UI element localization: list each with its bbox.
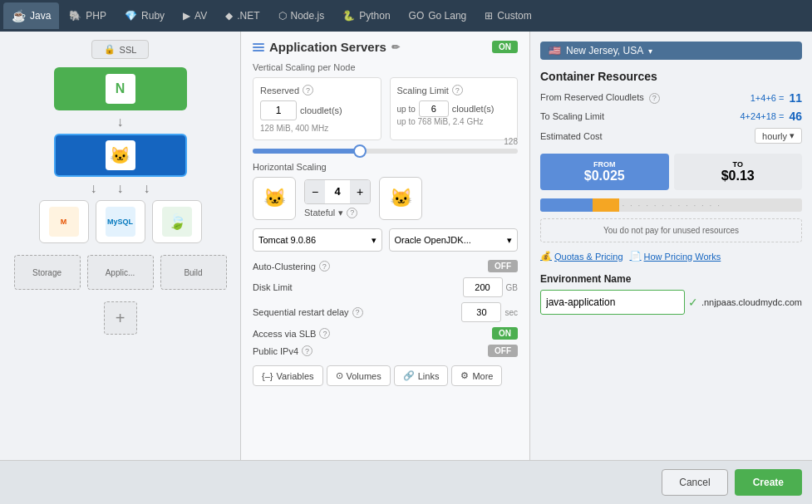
quotas-link[interactable]: 💰 Quotas & Pricing	[540, 251, 623, 262]
reserved-hint: 128 MiB, 400 MHz	[260, 124, 374, 133]
seq-restart-info[interactable]: ?	[352, 307, 363, 318]
auto-clustering-toggle[interactable]: OFF	[488, 260, 518, 272]
nav-tab-golang[interactable]: GO Go Lang	[401, 2, 475, 29]
jdk-select[interactable]: Oracle OpenJDK... ▾	[389, 228, 519, 252]
tomcat-node[interactable]: 🐱	[54, 134, 187, 177]
env-name-input[interactable]	[540, 290, 685, 315]
nav-tab-ruby[interactable]: 💎 Ruby	[116, 2, 173, 29]
tomcat-select[interactable]: Tomcat 9.0.86 ▾	[253, 228, 382, 252]
access-slb-row: Access via SLB ? ON	[253, 327, 518, 340]
scaling-slider[interactable]: 128	[253, 149, 518, 154]
access-slb-toggle[interactable]: ON	[492, 327, 518, 340]
nav-tab-python-label: Python	[359, 10, 390, 22]
scaling-hint: up to 768 MiB, 2.4 GHz	[397, 117, 511, 126]
storage-node[interactable]: Storage	[14, 255, 81, 290]
nav-tab-av[interactable]: ▶ AV	[175, 2, 215, 29]
php-icon: 🐘	[69, 10, 81, 22]
nav-tab-java[interactable]: ☕ Java	[3, 2, 59, 29]
python-icon: 🐍	[342, 10, 355, 22]
links-tab[interactable]: 🔗 Links	[394, 365, 449, 386]
estimated-cost-label: Estimated Cost	[540, 131, 755, 141]
java-icon: ☕	[12, 9, 26, 22]
variables-icon: {–}	[262, 371, 273, 381]
stepper-value[interactable]	[325, 180, 350, 203]
stepper-increment[interactable]: +	[350, 180, 370, 203]
ssl-label: SSL	[120, 45, 137, 55]
upto-label: up to	[397, 105, 416, 114]
add-node-button[interactable]: +	[104, 301, 137, 335]
public-ipv4-info[interactable]: ?	[302, 345, 312, 356]
on-toggle[interactable]: ON	[492, 41, 518, 53]
mongo-node[interactable]: 🍃	[152, 200, 202, 243]
nav-tab-php[interactable]: 🐘 PHP	[61, 2, 115, 29]
price-boxes: FROM $0.025 TO $0.13	[540, 154, 802, 190]
stateful-info-icon[interactable]: ?	[347, 208, 357, 218]
from-cloudlets-info[interactable]: ?	[649, 93, 660, 104]
usage-bar-dynamic	[593, 198, 619, 212]
ssl-badge[interactable]: 🔒 SSL	[91, 40, 150, 59]
disk-limit-input[interactable]	[463, 277, 503, 297]
nav-tab-python[interactable]: 🐍 Python	[334, 2, 398, 29]
nav-tab-dotnet-label: .NET	[237, 10, 259, 22]
to-scaling-label: To Scaling Limit	[540, 111, 741, 121]
to-price-box: TO $0.13	[674, 154, 803, 190]
scaling-limit-label: Scaling Limit	[397, 86, 449, 95]
right-panel: 🇺🇸 New Jersey, USA ▾ Container Resources…	[529, 32, 812, 460]
pricing-link[interactable]: 📄 How Pricing Works	[630, 251, 721, 262]
auto-clustering-info[interactable]: ?	[319, 261, 330, 272]
reserved-input[interactable]	[260, 100, 297, 120]
container-resources-title: Container Resources	[540, 70, 802, 83]
arrow-down-2: ↓	[91, 182, 97, 195]
scaling-limit-info-icon[interactable]: ?	[452, 85, 463, 95]
seq-restart-label: Sequential restart delay ?	[253, 307, 363, 318]
custom-icon: ⊞	[485, 10, 493, 22]
public-ipv4-toggle[interactable]: OFF	[488, 345, 518, 357]
nav-tab-custom[interactable]: ⊞ Custom	[476, 2, 539, 29]
create-button[interactable]: Create	[735, 469, 802, 496]
horizontal-scaling-label: Horizontal Scaling	[253, 162, 518, 172]
from-price-value: $0.025	[547, 169, 662, 183]
build-node[interactable]: Build	[160, 255, 227, 290]
variables-tab[interactable]: {–} Variables	[253, 365, 323, 386]
slider-handle[interactable]	[353, 144, 367, 158]
more-tab[interactable]: ⚙ More	[451, 365, 502, 386]
seq-restart-input[interactable]	[461, 302, 501, 322]
reserved-info-icon[interactable]: ?	[303, 85, 313, 95]
memcached-node[interactable]: M	[39, 200, 89, 243]
stateful-dropdown[interactable]: ▾	[338, 208, 343, 218]
bars-icon[interactable]	[253, 43, 264, 51]
slider-track: 128	[253, 149, 518, 154]
nav-tab-nodejs[interactable]: ⬡ Node.js	[270, 2, 333, 29]
panel-header: Application Servers ✏ ON	[253, 40, 518, 54]
memcached-icon: M	[49, 207, 79, 237]
nodes-stepper[interactable]: − +	[304, 179, 371, 204]
stepper-decrement[interactable]: −	[305, 180, 325, 203]
hourly-label: hourly	[762, 131, 787, 141]
env-name-section: Environment Name ✓ .nnjpaas.cloudmydc.co…	[540, 273, 802, 315]
right-panel-inner: Container Resources From Reserved Cloudl…	[540, 70, 802, 450]
nginx-node[interactable]: N	[54, 67, 187, 110]
from-total: 11	[789, 91, 802, 105]
volumes-tab[interactable]: ⊙ Volumes	[327, 365, 391, 386]
nginx-icon: N	[106, 74, 135, 104]
mysql-node[interactable]: MySQL	[96, 200, 145, 243]
nav-tab-custom-label: Custom	[497, 10, 531, 22]
access-slb-info[interactable]: ?	[319, 328, 330, 339]
applic-node[interactable]: Applic...	[87, 255, 154, 290]
links-row: 💰 Quotas & Pricing 📄 How Pricing Works	[540, 251, 802, 262]
hs-node-icon: 🐱	[253, 177, 296, 220]
usage-bar-reserved	[540, 198, 593, 212]
cancel-button[interactable]: Cancel	[662, 469, 727, 496]
jdk-chevron: ▾	[507, 235, 512, 246]
hs-stepper-column: − + Stateful ▾ ?	[304, 179, 371, 218]
region-selector[interactable]: 🇺🇸 New Jersey, USA ▾	[540, 42, 802, 60]
edit-icon[interactable]: ✏	[391, 42, 400, 53]
check-icon: ✓	[688, 296, 698, 309]
estimated-cost-row: Estimated Cost hourly ▾	[540, 128, 802, 144]
scaling-limit-input[interactable]	[419, 100, 449, 117]
nav-tab-dotnet[interactable]: ◆ .NET	[217, 2, 268, 29]
slider-max: 128	[504, 137, 518, 146]
pricing-label: How Pricing Works	[644, 252, 721, 262]
volumes-icon: ⊙	[336, 370, 343, 381]
hourly-toggle[interactable]: hourly ▾	[755, 128, 802, 144]
